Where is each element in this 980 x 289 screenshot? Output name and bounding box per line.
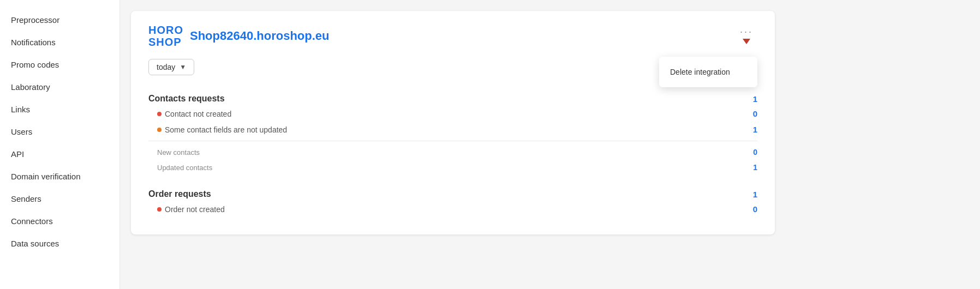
row-label-contact-not-created: Contact not created [148,110,231,118]
sidebar-item-laboratory[interactable]: Laboratory [0,76,119,98]
sidebar-item-domain-verification[interactable]: Domain verification [0,165,119,188]
card-header: HORO SHOP Shop82640.horoshop.eu ··· Dele… [148,24,757,48]
row-value-contact-not-created: 0 [741,109,757,118]
sub-value-new-contacts: 0 [741,148,757,156]
sub-row-new-contacts: New contacts 0 [148,144,757,160]
section-header-orders: Order requests 1 [148,184,757,201]
integration-card: HORO SHOP Shop82640.horoshop.eu ··· Dele… [131,11,775,234]
sidebar-item-data-sources[interactable]: Data sources [0,232,119,255]
stats-row-order-not-created: Order not created 0 [148,201,757,217]
dot-order-not-created [157,207,162,212]
section-label-contacts: Contacts requests [148,94,225,104]
sidebar-item-preprocessor[interactable]: Preprocessor [0,9,119,31]
section-header-contacts: Contacts requests 1 [148,88,757,106]
sidebar-item-links[interactable]: Links [0,98,119,121]
horoshop-logo: HORO SHOP [148,24,183,48]
shop-name: Shop82640.horoshop.eu [190,29,330,43]
sidebar: PreprocessorNotificationsPromo codesLabo… [0,0,120,289]
sub-label-updated-contacts: Updated contacts [148,164,212,172]
stats-row-some-contact-fields: Some contact fields are not updated 1 [148,122,757,137]
dropdown-menu: Delete integration [659,57,757,87]
more-button[interactable]: ··· [736,24,757,46]
sub-value-updated-contacts: 1 [741,163,757,172]
divider-contacts [148,141,757,141]
delete-integration-item[interactable]: Delete integration [659,61,757,83]
section-value-orders: 1 [741,190,757,199]
row-value-order-not-created: 0 [741,204,757,214]
sidebar-item-connectors[interactable]: Connectors [0,210,119,232]
period-label: today [157,63,175,71]
period-selector[interactable]: today ▼ [148,59,194,75]
row-label-order-not-created: Order not created [148,205,225,214]
logo-line2: SHOP [148,36,183,48]
sidebar-item-senders[interactable]: Senders [0,188,119,210]
section-value-contacts: 1 [741,94,757,104]
stats-row-contact-not-created: Contact not created 0 [148,106,757,122]
arrow-down-icon [743,39,750,44]
sub-row-updated-contacts: Updated contacts 1 [148,160,757,175]
dot-some-contact-fields [157,128,162,132]
section-label-orders: Order requests [148,189,211,199]
chevron-down-icon: ▼ [180,63,186,71]
logo-title-group: HORO SHOP Shop82640.horoshop.eu [148,24,330,48]
more-dots-icon: ··· [740,26,753,38]
sidebar-item-notifications[interactable]: Notifications [0,31,119,53]
sidebar-item-promo-codes[interactable]: Promo codes [0,53,119,76]
sidebar-item-api[interactable]: API [0,143,119,165]
row-label-some-contact-fields: Some contact fields are not updated [148,125,287,134]
dot-contact-not-created [157,112,162,116]
sub-label-new-contacts: New contacts [148,148,200,156]
sidebar-item-users[interactable]: Users [0,121,119,143]
row-value-some-contact-fields: 1 [741,125,757,134]
stats-section-contacts: Contacts requests 1 Contact not created … [148,88,757,217]
logo-line1: HORO [148,24,183,36]
header-actions: ··· Delete integration [736,24,757,46]
main-content: HORO SHOP Shop82640.horoshop.eu ··· Dele… [120,0,980,289]
